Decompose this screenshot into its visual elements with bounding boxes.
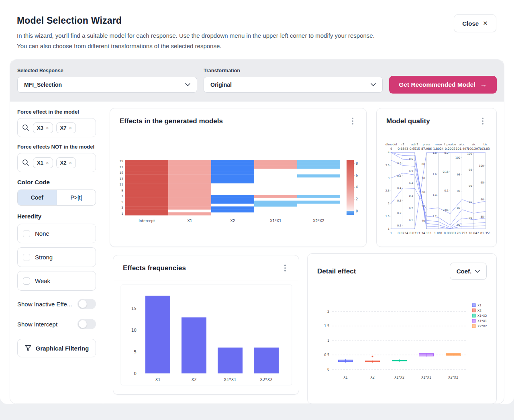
chip-label: X2 — [60, 160, 67, 166]
color-code-option-pt[interactable]: P>|t| — [57, 190, 96, 205]
svg-text:X2: X2 — [191, 377, 196, 382]
svg-text:f_pvalue: f_pvalue — [444, 143, 456, 146]
svg-text:1.8: 1.8 — [432, 151, 436, 155]
svg-text:0.05: 0.05 — [443, 208, 448, 212]
effects-heatmap-chart[interactable]: 135791113151719InterceptX1X2X1*X1X2*X286… — [113, 158, 359, 229]
svg-text:15: 15 — [131, 306, 137, 311]
svg-text:95: 95 — [469, 168, 472, 171]
svg-text:0.0313: 0.0313 — [410, 231, 420, 235]
svg-text:15: 15 — [119, 171, 123, 175]
heredity-option-weak[interactable]: Weak — [17, 271, 96, 291]
heredity-option-strong[interactable]: Strong — [17, 247, 96, 267]
close-button[interactable]: Close ✕ — [454, 14, 496, 32]
color-code-label: Color Code — [17, 179, 96, 186]
svg-text:1.081: 1.081 — [434, 231, 443, 235]
svg-text:0.2: 0.2 — [397, 212, 401, 215]
chip-remove-icon[interactable]: × — [69, 125, 72, 131]
model-quality-chart[interactable]: dfmodel4143.532.521.51r20.68430.07340.60… — [384, 141, 490, 239]
svg-text:X2: X2 — [370, 376, 375, 379]
chip-x2[interactable]: X2× — [56, 157, 76, 168]
svg-text:87.986: 87.986 — [421, 147, 432, 151]
svg-text:40: 40 — [422, 219, 425, 222]
graphical-filtering-button[interactable]: Graphical Filtering — [17, 339, 96, 357]
detail-effect-metric-dropdown[interactable]: Coef. — [450, 263, 487, 280]
detail-effect-metric-value: Coef. — [457, 268, 472, 275]
svg-text:9: 9 — [121, 189, 123, 192]
model-quality-card: Model quality dfmodel4143.532.521.51r20.… — [376, 108, 497, 247]
force-in-input[interactable]: X3×X7× — [17, 118, 96, 137]
color-code-option-coef[interactable]: Coef — [18, 190, 57, 205]
svg-text:X1*X1: X1*X1 — [477, 319, 487, 323]
chip-x1[interactable]: X1× — [33, 157, 53, 168]
effects-frequencies-chart[interactable]: 051015X1X2X1*X1X2*X2 — [120, 284, 292, 389]
svg-text:0.3: 0.3 — [409, 194, 413, 198]
get-recommended-model-button[interactable]: Get Recommended Model → — [389, 76, 497, 94]
effects-frequencies-title: Effects frequencies — [123, 264, 186, 272]
svg-text:19: 19 — [119, 159, 123, 163]
svg-text:X2: X2 — [477, 309, 481, 312]
svg-text:76.647: 76.647 — [469, 231, 479, 235]
chip-remove-icon[interactable]: × — [46, 125, 49, 131]
svg-text:0.4: 0.4 — [397, 187, 401, 190]
checkbox-icon[interactable] — [23, 230, 30, 237]
show-inactive-effects-toggle[interactable] — [78, 299, 96, 309]
svg-text:X1*X2: X1*X2 — [477, 314, 487, 318]
chip-x7[interactable]: X7× — [56, 122, 76, 133]
svg-text:8: 8 — [356, 162, 358, 165]
svg-text:101.497: 101.497 — [456, 147, 468, 151]
chevron-down-icon — [475, 270, 480, 273]
chevron-down-icon — [371, 83, 376, 86]
svg-text:80: 80 — [457, 223, 460, 226]
svg-text:81.359: 81.359 — [480, 231, 490, 235]
svg-text:X1*X1: X1*X1 — [270, 219, 281, 223]
svg-text:1: 1 — [327, 339, 329, 343]
svg-text:7: 7 — [121, 194, 123, 198]
svg-text:10: 10 — [131, 328, 137, 332]
svg-text:3.5: 3.5 — [386, 164, 390, 167]
sidebar: Force effect in the model X3×X7× Force e… — [10, 102, 103, 404]
svg-text:1.5: 1.5 — [324, 324, 329, 328]
svg-text:r2: r2 — [402, 143, 404, 146]
chip-remove-icon[interactable]: × — [69, 160, 72, 166]
svg-text:press: press — [423, 143, 430, 146]
svg-text:0: 0 — [134, 371, 137, 376]
svg-text:0: 0 — [356, 210, 358, 213]
svg-text:6: 6 — [356, 174, 358, 177]
svg-text:X1: X1 — [188, 219, 192, 223]
detail-effect-chart[interactable]: 00.511.52X1X2X1*X2X1*X1X2*X2X1X2X1*X2X1*… — [318, 300, 495, 383]
heredity-option-none[interactable]: None — [17, 224, 96, 243]
selected-response-dropdown[interactable]: MFI_Selection — [17, 77, 197, 93]
svg-text:5: 5 — [134, 349, 137, 354]
svg-text:X1*X2: X1*X2 — [394, 376, 404, 379]
svg-text:adjr2: adjr2 — [411, 143, 418, 146]
svg-text:aicc: aicc — [459, 143, 465, 146]
selected-response-label: Selected Response — [17, 68, 63, 73]
svg-text:0.6: 0.6 — [409, 157, 413, 161]
svg-text:1: 1 — [390, 231, 392, 235]
kebab-menu-icon[interactable] — [281, 263, 289, 273]
checkbox-icon[interactable] — [23, 277, 30, 285]
show-intercept-toggle[interactable] — [78, 319, 96, 329]
svg-text:13: 13 — [119, 177, 123, 181]
svg-text:85: 85 — [457, 206, 460, 210]
svg-text:90: 90 — [469, 184, 472, 188]
effects-frequencies-card: Effects frequencies 051015X1X2X1*X1X2*X2 — [113, 255, 299, 395]
transformation-dropdown[interactable]: Original — [204, 77, 383, 93]
svg-text:17: 17 — [119, 165, 123, 169]
svg-text:0.5: 0.5 — [409, 170, 413, 173]
chip-x3[interactable]: X3× — [33, 122, 53, 133]
page-title: Model Selection Wizard — [17, 15, 122, 26]
effects-models-card: Effects in the generated models 13579111… — [110, 108, 367, 247]
chip-remove-icon[interactable]: × — [46, 160, 49, 166]
svg-text:0.2002: 0.2002 — [445, 147, 455, 151]
model-selection-wizard-modal: Model Selection Wizard In this wizard, y… — [0, 0, 514, 404]
kebab-menu-icon[interactable] — [479, 116, 487, 126]
checkbox-icon[interactable] — [23, 254, 30, 261]
svg-text:95: 95 — [457, 173, 460, 176]
chevron-down-icon — [185, 83, 190, 86]
force-out-input[interactable]: X1×X2× — [17, 153, 96, 172]
svg-text:60: 60 — [422, 191, 425, 194]
svg-text:0.1: 0.1 — [445, 189, 449, 192]
kebab-menu-icon[interactable] — [349, 116, 357, 126]
svg-text:0.6515: 0.6515 — [410, 147, 420, 151]
